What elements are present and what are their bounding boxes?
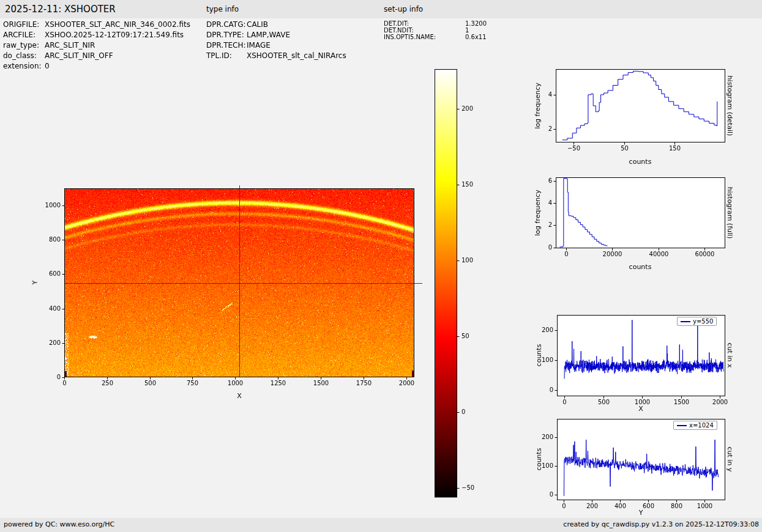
info-row: DPR.TYPE:LAMP,WAVE — [206, 30, 346, 40]
info-row: ORIGFILE:XSHOOTER_SLT_ARC_NIR_346_0002.f… — [3, 20, 190, 30]
info-value: 1 — [465, 27, 469, 34]
legend-label: y=550 — [693, 318, 713, 325]
hist-full-ylabel: log frequency — [534, 190, 542, 235]
info-value: CALIB — [247, 20, 268, 29]
info-row: DPR.TECH:IMAGE — [206, 40, 346, 51]
info-value: 0 — [45, 62, 50, 70]
legend-line-sample — [677, 425, 687, 426]
hist-full-side-label: histogram (full) — [726, 187, 734, 239]
main-plot-ylabel: Y — [31, 281, 39, 285]
info-row: extension:0 — [3, 61, 190, 72]
type-info-table: DPR.CATG:CALIB DPR.TYPE:LAMP,WAVE DPR.TE… — [206, 20, 346, 61]
type-info-heading: type info — [206, 5, 239, 13]
info-row: DET.DIT:1.3200 — [384, 20, 487, 27]
main-plot-xlabel: X — [237, 392, 242, 400]
info-label: ARCFILE: — [3, 30, 45, 40]
info-value: ARC_SLIT_NIR_OFF — [45, 51, 113, 60]
cut-y-side-label: cut in y — [726, 447, 734, 472]
info-value: XSHOO.2025-12-12T09:17:21.549.fits — [45, 31, 184, 39]
hist-detail-xlabel: counts — [629, 158, 652, 166]
info-label: do_class: — [3, 51, 45, 61]
info-label: extension: — [3, 61, 45, 72]
setup-info-table: DET.DIT:1.3200 DET.NDIT:1 INS.OPTI5.NAME… — [384, 20, 487, 40]
info-value: XSHOOTER_SLT_ARC_NIR_346_0002.fits — [45, 20, 190, 29]
cut-x-ylabel: counts — [535, 344, 543, 367]
info-label: DET.NDIT: — [384, 27, 465, 34]
hist-detail-ylabel: log frequency — [534, 83, 542, 128]
info-label: raw_type: — [3, 40, 45, 51]
header-bar: 2025-12-11: XSHOOTER type info set-up in… — [0, 0, 762, 18]
footer-bar: powered by QC: www.eso.org/HC created by… — [0, 518, 762, 532]
cut-x-xlabel: X — [638, 405, 643, 413]
info-label: INS.OPTI5.NAME: — [384, 34, 465, 40]
footer-right-text: created by qc_rawdisp.py v1.2.3 on 2025-… — [563, 520, 759, 528]
qc-report-page: 2025-12-11: XSHOOTER type info set-up in… — [0, 0, 762, 532]
info-value: 1.3200 — [465, 20, 487, 27]
setup-info-heading: set-up info — [384, 5, 423, 13]
cut-x-side-label: cut in x — [726, 343, 734, 368]
info-value: IMAGE — [247, 41, 271, 50]
info-label: DPR.TECH: — [206, 40, 247, 51]
info-label: DET.DIT: — [384, 20, 465, 27]
cut-y-legend: x=1024 — [673, 421, 717, 430]
hist-detail-side-label: histogram (detail) — [726, 76, 734, 136]
footer-left-text: powered by QC: www.eso.org/HC — [4, 520, 114, 528]
info-row: do_class:ARC_SLIT_NIR_OFF — [3, 51, 190, 61]
legend-line-sample — [681, 321, 690, 322]
info-row: TPL.ID:XSHOOTER_slt_cal_NIRArcs — [206, 51, 346, 61]
info-row: INS.OPTI5.NAME:0.6x11 — [384, 34, 487, 40]
cut-y-xlabel: Y — [639, 509, 643, 517]
info-row: DET.NDIT:1 — [384, 27, 487, 34]
info-label: TPL.ID: — [206, 51, 247, 61]
info-label: ORIGFILE: — [3, 20, 45, 30]
info-value: ARC_SLIT_NIR — [45, 41, 95, 50]
hist-full-xlabel: counts — [629, 263, 652, 271]
info-row: DPR.CATG:CALIB — [206, 20, 346, 30]
cut-y-ylabel: counts — [535, 448, 543, 471]
info-value: XSHOOTER_slt_cal_NIRArcs — [247, 51, 346, 60]
cut-x-legend: y=550 — [677, 317, 717, 326]
file-info-table: ORIGFILE:XSHOOTER_SLT_ARC_NIR_346_0002.f… — [3, 20, 190, 72]
info-row: ARCFILE:XSHOO.2025-12-12T09:17:21.549.fi… — [3, 30, 190, 40]
page-title: 2025-12-11: XSHOOTER — [5, 4, 116, 15]
legend-label: x=1024 — [689, 422, 714, 429]
info-label: DPR.CATG: — [206, 20, 247, 30]
info-label: DPR.TYPE: — [206, 30, 247, 40]
info-row: raw_type:ARC_SLIT_NIR — [3, 40, 190, 51]
info-value: LAMP,WAVE — [247, 31, 290, 39]
info-value: 0.6x11 — [465, 34, 487, 40]
